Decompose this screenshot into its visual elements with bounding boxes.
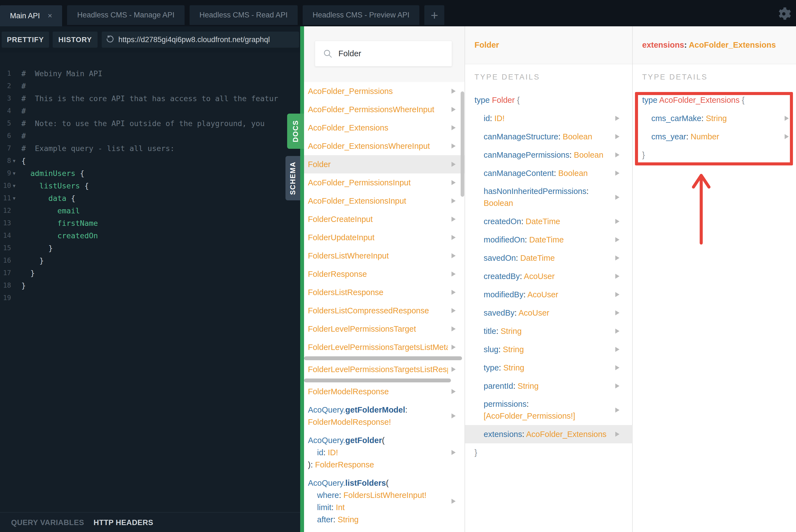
- docs-search-input[interactable]: [338, 49, 444, 58]
- doc-list-item[interactable]: Folder: [304, 155, 465, 173]
- doc-list-item[interactable]: FolderModelResponse: [304, 382, 465, 401]
- prettify-button[interactable]: PRETTIFY: [2, 32, 49, 48]
- doc-list-item[interactable]: FoldersListWhereInput: [304, 247, 465, 265]
- type-field-row[interactable]: createdBy: AcoUser: [465, 267, 633, 285]
- api-tab-3[interactable]: Headless CMS - Preview API: [303, 5, 420, 25]
- doc-item-line: id: ID!: [308, 446, 448, 459]
- line-number: 19: [0, 292, 11, 304]
- type-field-row[interactable]: permissions:[AcoFolder_Permissions!]: [465, 395, 633, 425]
- type-field-row[interactable]: modifiedOn: DateTime: [465, 230, 633, 249]
- doc-list-item[interactable]: FolderCreateInput: [304, 210, 465, 228]
- text-segment: # This is the core API that has access t…: [21, 94, 278, 103]
- extensions-panel-header: extensions: AcoFolder_Extensions: [633, 26, 796, 64]
- text-segment: email: [57, 206, 80, 215]
- code-text: }: [17, 254, 300, 267]
- docs-side-tab[interactable]: DOCS: [287, 114, 304, 149]
- doc-list-item[interactable]: AcoFolder_ExtensionsWhereInput: [304, 137, 465, 155]
- doc-item-line: AcoFolder_ExtensionsInput: [308, 192, 406, 210]
- type-field-row[interactable]: extensions: AcoFolder_Extensions: [465, 425, 633, 443]
- endpoint-url-bar[interactable]: https://d2785gi4qi6pw8.cloudfront.net/gr…: [102, 32, 299, 48]
- fold-arrow-icon[interactable]: ▾: [11, 179, 17, 192]
- expand-arrow-icon: [615, 134, 620, 139]
- code-text: }: [17, 242, 300, 254]
- doc-list-item[interactable]: AcoQuery.listFolders(where: FoldersListW…: [304, 474, 465, 529]
- expand-arrow-icon: [615, 329, 620, 334]
- text-segment: AcoUser: [518, 308, 549, 317]
- text-segment: limit: [317, 503, 331, 512]
- fold-arrow-icon[interactable]: ▾: [11, 155, 17, 167]
- schema-side-tab[interactable]: SCHEMA: [285, 156, 300, 200]
- doc-list-item[interactable]: FolderLevelPermissionsTarget: [304, 320, 465, 338]
- text-segment: DateTime: [529, 235, 564, 244]
- doc-list-item[interactable]: FoldersListResponse: [304, 283, 465, 302]
- horizontal-scrollbar[interactable]: [304, 356, 462, 360]
- doc-list-item[interactable]: FoldersListCompressedResponse: [304, 302, 465, 320]
- fold-arrow-icon[interactable]: ▾: [11, 192, 17, 205]
- text-segment: }: [21, 269, 35, 277]
- api-tab-1[interactable]: Headless CMS - Manage API: [67, 5, 184, 25]
- text-segment: String: [706, 114, 727, 123]
- type-field-row[interactable]: type: String: [465, 359, 633, 377]
- doc-list-item[interactable]: FolderResponse: [304, 265, 465, 283]
- editor-line: 3# This is the core API that has access …: [0, 92, 300, 105]
- type-field-row[interactable]: savedBy: AcoUser: [465, 304, 633, 322]
- horizontal-scrollbar[interactable]: [304, 379, 451, 382]
- doc-list-item[interactable]: FolderLevelPermissionsTargetsListRespo: [304, 360, 465, 379]
- type-field-row[interactable]: slug: String: [465, 340, 633, 359]
- type-field-row: type Folder {: [465, 91, 633, 109]
- type-field-row[interactable]: canManageStructure: Boolean: [465, 128, 633, 146]
- type-field-row[interactable]: modifiedBy: AcoUser: [465, 285, 633, 304]
- api-tab-0[interactable]: Main API×: [0, 5, 62, 26]
- doc-list-item[interactable]: AcoQuery.getFolder(id: ID!): FolderRespo…: [304, 431, 465, 474]
- folder-panel-header: Folder: [465, 26, 633, 64]
- text-segment: [490, 96, 492, 104]
- history-button[interactable]: HISTORY: [53, 32, 98, 48]
- code-text: }: [17, 279, 300, 292]
- fold-gutter: [11, 205, 17, 217]
- type-field-row[interactable]: title: String: [465, 322, 633, 340]
- editor-line: 16 }: [0, 254, 300, 267]
- doc-list-item[interactable]: FolderUpdateInput: [304, 228, 465, 247]
- search-icon: [323, 49, 333, 59]
- docs-search-box[interactable]: [315, 41, 452, 66]
- text-segment: type: [474, 96, 490, 104]
- code-text: data {: [17, 192, 300, 205]
- type-field-row[interactable]: canManagePermissions: Boolean: [465, 146, 633, 164]
- query-editor[interactable]: 1# Webiny Main API2#3# This is the core …: [0, 53, 300, 512]
- field-line: type Folder {: [474, 91, 520, 109]
- vertical-scrollbar[interactable]: [461, 92, 464, 197]
- doc-list-item[interactable]: FolderLevelPermissionsTargetsListMeta: [304, 338, 465, 356]
- type-field-row[interactable]: cms_carMake: String: [633, 109, 796, 128]
- type-field-row[interactable]: savedOn: DateTime: [465, 249, 633, 267]
- text-segment: :: [554, 169, 558, 177]
- fold-arrow-icon[interactable]: ▾: [11, 167, 17, 179]
- text-segment: Boolean: [484, 199, 513, 208]
- api-tab-2[interactable]: Headless CMS - Read API: [190, 5, 298, 25]
- text-segment: savedBy: [484, 308, 514, 317]
- new-tab-button[interactable]: +: [424, 5, 444, 25]
- text-segment: createdOn: [484, 217, 521, 226]
- doc-list-item[interactable]: AcoFolder_Extensions: [304, 119, 465, 137]
- text-segment: FoldersListResponse: [308, 288, 383, 297]
- text-segment: parentId: [484, 382, 513, 391]
- close-tab-icon[interactable]: ×: [48, 5, 52, 26]
- type-field-row[interactable]: cms_year: Number: [633, 128, 796, 146]
- fold-gutter: [11, 279, 17, 292]
- doc-list-item[interactable]: AcoFolder_PermissionsWhereInput: [304, 100, 465, 119]
- query-variables-tab[interactable]: QUERY VARIABLES: [11, 518, 84, 527]
- doc-list-item[interactable]: AcoFolder_PermissionsInput: [304, 173, 465, 192]
- http-headers-tab[interactable]: HTTP HEADERS: [94, 518, 154, 527]
- type-field-row[interactable]: hasNonInheritedPermissions:Boolean: [465, 182, 633, 212]
- type-field-row[interactable]: id: ID!: [465, 109, 633, 128]
- doc-item-line: FolderCreateInput: [308, 210, 373, 228]
- doc-list-item[interactable]: AcoQuery.getFolderModel:FolderModelRespo…: [304, 401, 465, 431]
- panel-drag-divider[interactable]: [300, 26, 304, 532]
- doc-list-item[interactable]: AcoFolder_Permissions: [304, 82, 465, 100]
- settings-gear-icon[interactable]: [776, 6, 792, 22]
- text-segment: String: [500, 327, 522, 336]
- type-field-row[interactable]: parentId: String: [465, 377, 633, 395]
- text-segment: {: [739, 96, 744, 104]
- type-field-row[interactable]: canManageContent: Boolean: [465, 164, 633, 182]
- type-field-row[interactable]: createdOn: DateTime: [465, 212, 633, 230]
- doc-list-item[interactable]: AcoFolder_ExtensionsInput: [304, 192, 465, 210]
